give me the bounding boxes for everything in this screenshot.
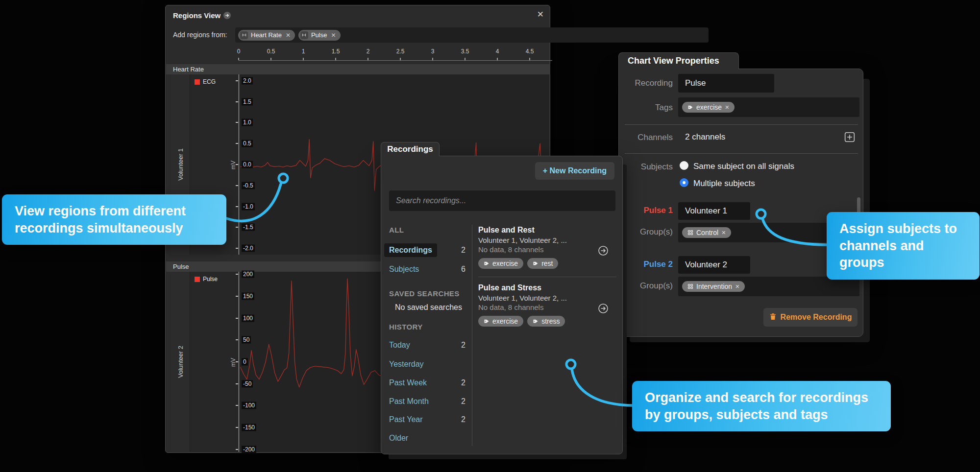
timeline-tick [400, 58, 401, 60]
channels-label: Channels [619, 133, 673, 142]
y-axis-tick-label: 0.0 [242, 161, 253, 168]
sidebar-item-yesterday[interactable]: Yesterday [389, 360, 466, 369]
radio-multiple-subjects[interactable] [680, 178, 688, 187]
radio-same-subject[interactable] [680, 161, 688, 170]
region-chip-label: Pulse [311, 31, 327, 39]
y-axis-tick-label: -50 [242, 380, 253, 387]
timeline-tick-label: 0.5 [267, 48, 275, 55]
radio-label[interactable]: Multiple subjects [693, 179, 755, 189]
recording-label: Recording [619, 78, 673, 88]
y-axis-tick [236, 122, 238, 123]
y-axis-tick [236, 449, 238, 450]
y-axis-unit-label: mV [230, 161, 237, 169]
saved-searches-empty: No saved searches [395, 303, 471, 312]
trash-icon [769, 313, 777, 322]
tag-pill[interactable]: exercise [478, 316, 523, 327]
y-axis-tick-label: 200 [242, 271, 254, 278]
legend-item[interactable]: ECG [195, 78, 239, 85]
remove-tag-icon[interactable]: ✕ [725, 104, 729, 111]
recording-input[interactable]: Pulse [678, 74, 774, 93]
sidebar-header-all: ALL [389, 226, 466, 234]
y-axis-tick-label: 0 [242, 358, 248, 366]
group-pill[interactable]: Intervention ✕ [682, 281, 745, 292]
channel-1-label: Pulse 1 [619, 206, 673, 215]
sidebar-item-subjects[interactable]: Subjects 6 [389, 265, 466, 274]
tags-input[interactable]: exercise ✕ [678, 97, 859, 117]
group-pill[interactable]: Control ✕ [682, 227, 731, 238]
region-icon [300, 31, 308, 39]
tag-pill[interactable]: stress [527, 316, 565, 327]
remove-group-icon[interactable]: ✕ [721, 230, 726, 236]
groups-input[interactable]: Intervention ✕ [678, 277, 859, 296]
close-icon[interactable]: ✕ [537, 9, 544, 20]
y-axis-tick [236, 227, 238, 228]
callout-view-regions: View regions from different recordings s… [2, 194, 226, 245]
y-axis-tick [236, 80, 238, 81]
sidebar-item-recordings[interactable]: Recordings 2 [389, 243, 466, 257]
recording-list-item[interactable]: Pulse and Rest Volunteer 1, Volunteer 2,… [478, 226, 613, 269]
channel-1-subject-input[interactable]: Volunteer 1 [678, 202, 750, 220]
tab-recordings[interactable]: Recordings [381, 142, 440, 156]
recording-title: Pulse and Stress [478, 283, 613, 292]
remove-chip-icon[interactable]: ✕ [331, 32, 336, 39]
remove-chip-icon[interactable]: ✕ [286, 32, 291, 39]
sidebar-item-label[interactable]: Subjects [389, 265, 419, 274]
remove-recording-button[interactable]: Remove Recording [763, 308, 858, 327]
subject-label: Volunteer 2 [177, 346, 184, 378]
recording-title: Pulse and Rest [478, 226, 613, 235]
remove-group-icon[interactable]: ✕ [735, 283, 739, 290]
y-axis-tick [236, 383, 238, 384]
y-axis-tick-label: 50 [242, 336, 251, 344]
sidebar-item-today[interactable]: Today 2 [389, 341, 466, 350]
y-axis-tick [236, 318, 238, 319]
y-axis-tick-label: 2.0 [242, 77, 253, 84]
sidebar-item-past-year[interactable]: Past Year 2 [389, 415, 466, 424]
tag-pill[interactable]: exercise ✕ [682, 102, 735, 113]
timeline-tick-label: 4.5 [526, 48, 534, 55]
sidebar-item-label[interactable]: Recordings [384, 243, 437, 257]
y-axis-tick [236, 361, 238, 362]
open-recording-arrow-icon[interactable] [598, 303, 609, 314]
y-axis-tick [236, 405, 238, 406]
channel-2-subject-input[interactable]: Volunteer 2 [678, 256, 750, 274]
subject-label: Volunteer 1 [177, 148, 184, 181]
y-axis-tick-label: -200 [242, 446, 256, 453]
legend-item[interactable]: Pulse [195, 276, 239, 283]
tags-label: Tags [619, 103, 673, 113]
channel-2-label: Pulse 2 [619, 260, 673, 269]
region-chip-pulse[interactable]: Pulse ✕ [298, 30, 341, 41]
divider [625, 124, 858, 125]
detach-arrow-icon[interactable] [223, 12, 231, 19]
legend-color-swatch [195, 79, 200, 85]
recording-meta: No data, 8 channels [478, 303, 613, 311]
region-icon [240, 31, 248, 39]
sidebar-item-past-month[interactable]: Past Month 2 [389, 397, 466, 406]
subject-strip: Volunteer 2 [172, 272, 190, 452]
timeline-tick [529, 58, 530, 60]
tag-pill[interactable]: exercise [478, 258, 523, 269]
recording-list-item[interactable]: Pulse and Stress Volunteer 1, Volunteer … [478, 283, 613, 327]
sidebar-item-past-week[interactable]: Past Week 2 [389, 378, 466, 387]
region-chip-heart-rate[interactable]: Heart Rate ✕ [238, 30, 295, 41]
sidebar-item-older[interactable]: Older [389, 434, 466, 443]
timeline-tick-label: 0 [237, 48, 241, 55]
timeline-tick-label: 2 [367, 48, 370, 55]
tag-pill[interactable]: rest [527, 258, 558, 269]
y-axis-unit-label: mV [230, 358, 237, 367]
add-channel-icon[interactable] [844, 132, 855, 142]
open-recording-arrow-icon[interactable] [598, 245, 609, 256]
y-axis-tick [236, 248, 238, 249]
add-regions-input[interactable]: Heart Rate ✕ Pulse ✕ [235, 27, 709, 43]
tab-chart-view-properties[interactable]: Chart View Properties [618, 52, 739, 69]
search-input[interactable] [389, 190, 615, 211]
legend-color-swatch [195, 277, 200, 282]
timeline-tick [368, 58, 368, 60]
new-recording-button[interactable]: + New Recording [535, 162, 614, 180]
timeline-tick [270, 58, 271, 60]
legend-column: Pulse mV [190, 272, 239, 452]
timeline-tick-label: 3 [431, 48, 435, 55]
recording-subjects: Volunteer 1, Volunteer 2, ... [478, 236, 613, 244]
radio-label[interactable]: Same subject on all signals [693, 162, 794, 171]
y-axis-tick-label: 0.5 [242, 140, 253, 147]
groups-label: Group(s) [619, 227, 673, 237]
